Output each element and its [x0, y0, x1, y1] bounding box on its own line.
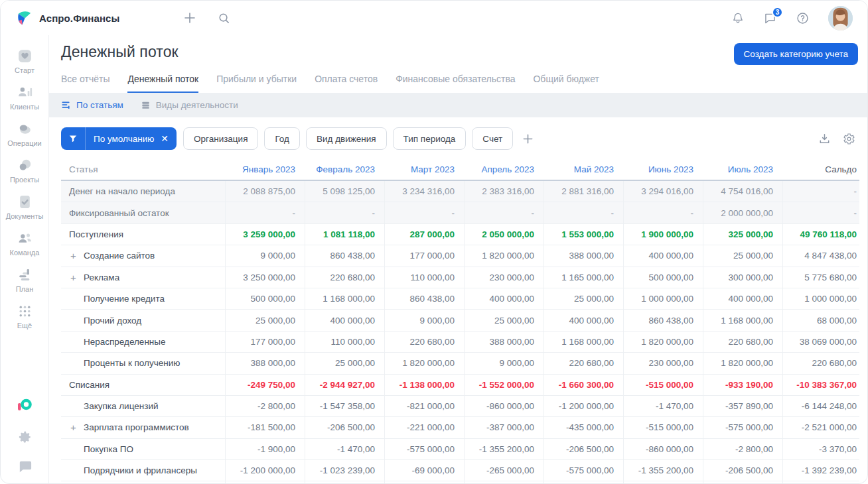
expand-icon[interactable]: + — [70, 250, 84, 261]
row-label[interactable]: Получение кредита — [61, 294, 225, 304]
table-row: +Реклама3 250 000,00220 680,00110 000,00… — [61, 267, 859, 288]
cell-value: -265 000,00 — [464, 460, 543, 481]
filter-chip[interactable]: Тип периода — [393, 127, 467, 150]
tab-5[interactable]: Финансовые обязательства — [396, 74, 515, 93]
add-filter-icon[interactable] — [522, 133, 534, 145]
row-label[interactable]: Списания — [61, 380, 225, 390]
tab-3[interactable]: Прибыли и убытки — [216, 74, 297, 93]
support-chat-icon[interactable] — [17, 459, 33, 474]
filter-chip[interactable]: Счет — [472, 127, 513, 150]
sidebar-item-план[interactable]: План — [1, 262, 48, 298]
create-category-button[interactable]: Создать категорию учета — [734, 43, 858, 65]
messages-count-badge: 3 — [772, 7, 783, 18]
row-label[interactable]: +Создание сайтов — [61, 250, 225, 261]
row-label[interactable]: Поступления — [61, 229, 225, 239]
row-label[interactable]: Прочий доход — [61, 316, 225, 326]
row-label[interactable]: Фиксированный остаток — [61, 208, 225, 218]
row-label[interactable]: Проценты к получению — [61, 358, 225, 368]
tab-2[interactable]: Денежный поток — [127, 74, 198, 93]
filter-chip[interactable]: Организация — [183, 127, 258, 150]
row-label[interactable]: Денег на начало периода — [61, 186, 225, 196]
row-label[interactable]: Покупка ПО — [61, 444, 225, 454]
column-header-month[interactable]: Февраль 2023 — [305, 164, 384, 174]
cell-value: -575 000,00 — [543, 460, 623, 481]
column-header-month[interactable]: Июль 2023 — [703, 164, 782, 174]
cell-value: 220 680,00 — [782, 353, 859, 373]
table-settings-gear-icon[interactable] — [843, 133, 855, 145]
help-icon[interactable] — [796, 11, 810, 25]
sidebar-item-документы[interactable]: Документы — [1, 189, 48, 225]
team-icon — [17, 230, 33, 247]
cell-value: 1 820 000,00 — [464, 245, 543, 266]
row-label[interactable]: +Реклама — [61, 272, 225, 283]
cell-value: 220 680,00 — [384, 332, 464, 352]
table-row: Закупка лицензий-2 800,00-1 547 358,00-8… — [61, 396, 859, 417]
tab-4[interactable]: Оплата счетов — [315, 74, 378, 93]
sidebar-item-label: Клиенты — [10, 103, 39, 111]
search-icon[interactable] — [218, 12, 230, 25]
tab-6[interactable]: Общий бюджет — [533, 74, 599, 93]
expand-icon[interactable]: + — [70, 422, 84, 433]
column-header-month[interactable]: Март 2023 — [384, 164, 464, 174]
aspro-product-icon[interactable] — [16, 397, 33, 414]
cell-value: 3 250 000,00 — [225, 267, 305, 288]
row-label-text: Фиксированный остаток — [69, 208, 169, 218]
sidebar-item-старт[interactable]: Старт — [1, 43, 48, 80]
sidebar-item-ещё[interactable]: Ещё — [1, 298, 48, 335]
cell-value: -515 000,00 — [623, 375, 703, 395]
cell-value: 4 847 438,00 — [782, 245, 859, 266]
subtab-active[interactable]: По статьям — [61, 100, 123, 110]
cell-value: 2 088 875,00 — [225, 181, 305, 202]
notifications-bell-icon[interactable] — [731, 11, 745, 25]
cell-value: 9 000,00 — [384, 310, 464, 330]
download-icon[interactable] — [818, 133, 831, 145]
cell-value: 1 000 000,00 — [782, 288, 859, 309]
cell-value: 25 000,00 — [464, 310, 543, 330]
filter-chip[interactable]: Год — [264, 127, 300, 150]
cell-value: -1 660 300,00 — [543, 375, 623, 395]
settings-gear-icon[interactable] — [17, 429, 33, 444]
clear-filter-icon[interactable]: ✕ — [159, 133, 177, 144]
cell-value: 400 000,00 — [703, 288, 782, 309]
table-row: Поступления3 259 000,001 081 118,00287 0… — [61, 224, 859, 245]
table-row: Фиксированный остаток------2 000 000,00- — [61, 202, 859, 223]
cell-value: 220 680,00 — [703, 332, 782, 352]
filter-chip[interactable]: Вид движения — [306, 127, 387, 150]
tab-1[interactable]: Все отчёты — [61, 74, 109, 93]
row-label[interactable]: Подрядчики и фрилансеры — [61, 465, 225, 475]
sidebar-item-label: Документы — [6, 212, 44, 220]
messages-icon[interactable]: 3 — [763, 11, 777, 25]
sidebar-item-клиенты[interactable]: Клиенты — [1, 80, 48, 116]
app-logo[interactable]: Аспро.Финансы — [15, 9, 119, 27]
sidebar-item-операции[interactable]: Операции — [1, 116, 48, 152]
column-header-month[interactable]: Январь 2023 — [225, 164, 305, 174]
cell-value: 1 553 000,00 — [543, 224, 623, 245]
cell-value: -435 000,00 — [543, 417, 623, 438]
cell-value: -933 190,00 — [703, 375, 782, 395]
cell-value: 68 000,00 — [782, 310, 859, 330]
cell-value: 5 775 680,00 — [782, 267, 859, 288]
cell-value: 500 000,00 — [623, 267, 703, 288]
row-label-text: Покупка ПО — [84, 444, 133, 454]
row-label[interactable]: Нераспределенные — [61, 337, 225, 347]
cell-value: 1 820 000,00 — [623, 332, 703, 352]
column-header-article: Статья — [61, 164, 225, 174]
column-header-month[interactable]: Июнь 2023 — [623, 164, 703, 174]
cell-value: -1 392 239,00 — [782, 460, 859, 481]
user-avatar[interactable] — [828, 6, 853, 30]
cell-value: 388 000,00 — [464, 332, 543, 352]
sidebar-item-команда[interactable]: Команда — [1, 225, 48, 262]
row-label[interactable]: Закупка лицензий — [61, 401, 225, 411]
column-header-month[interactable]: Апрель 2023 — [464, 164, 543, 174]
active-filter-pill[interactable]: По умолчанию ✕ — [61, 127, 177, 150]
cell-value: -1 200 000,00 — [225, 460, 305, 481]
create-new-icon[interactable] — [183, 11, 196, 25]
row-label-text: Получение кредита — [84, 294, 165, 304]
funnel-icon — [61, 127, 86, 150]
subtab-inactive[interactable]: Виды деятельности — [141, 100, 238, 110]
sidebar-item-проекты[interactable]: Проекты — [1, 152, 48, 189]
row-label[interactable]: +Зарплата программистов — [61, 422, 225, 433]
expand-icon[interactable]: + — [70, 272, 84, 283]
column-header-month[interactable]: Май 2023 — [543, 164, 623, 174]
cell-value: 2 050 000,00 — [464, 224, 543, 245]
